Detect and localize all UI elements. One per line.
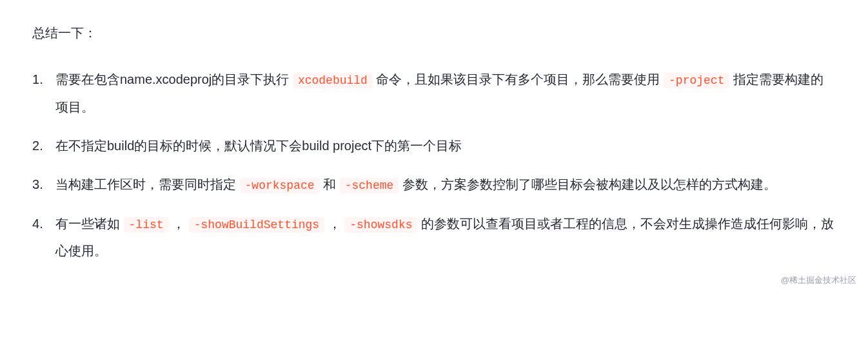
inline-code: -project xyxy=(664,73,729,88)
text-segment: ， xyxy=(324,217,344,231)
summary-list: 需要在包含name.xcodeproj的目录下执行 xcodebuild 命令，… xyxy=(32,66,836,264)
text-segment: 在不指定build的目标的时候，默认情况下会build project下的第一个… xyxy=(55,139,462,153)
list-item: 需要在包含name.xcodeproj的目录下执行 xcodebuild 命令，… xyxy=(32,66,836,121)
inline-code: -showBuildSettings xyxy=(189,217,324,233)
text-segment: 参数，方案参数控制了哪些目标会被构建以及以怎样的方式构建。 xyxy=(399,177,776,191)
list-item: 在不指定build的目标的时候，默认情况下会build project下的第一个… xyxy=(32,132,836,159)
text-segment: 需要在包含name.xcodeproj的目录下执行 xyxy=(55,72,293,86)
text-segment: 当构建工作区时，需要同时指定 xyxy=(55,177,240,191)
inline-code: -list xyxy=(124,217,169,233)
text-segment: 命令，且如果该目录下有多个项目，那么需要使用 xyxy=(373,72,664,86)
summary-intro: 总结一下： xyxy=(32,19,836,46)
inline-code: -scheme xyxy=(340,178,399,193)
text-segment: 和 xyxy=(320,177,340,191)
text-segment: ， xyxy=(169,217,189,231)
list-item: 有一些诸如 -list ， -showBuildSettings ， -show… xyxy=(32,210,836,265)
inline-code: xcodebuild xyxy=(293,73,373,88)
inline-code: -workspace xyxy=(240,178,320,193)
list-item: 当构建工作区时，需要同时指定 -workspace 和 -scheme 参数，方… xyxy=(32,171,836,198)
text-segment: 有一些诸如 xyxy=(55,217,124,231)
inline-code: -showsdks xyxy=(344,217,417,233)
watermark: @稀土掘金技术社区 xyxy=(781,271,856,289)
